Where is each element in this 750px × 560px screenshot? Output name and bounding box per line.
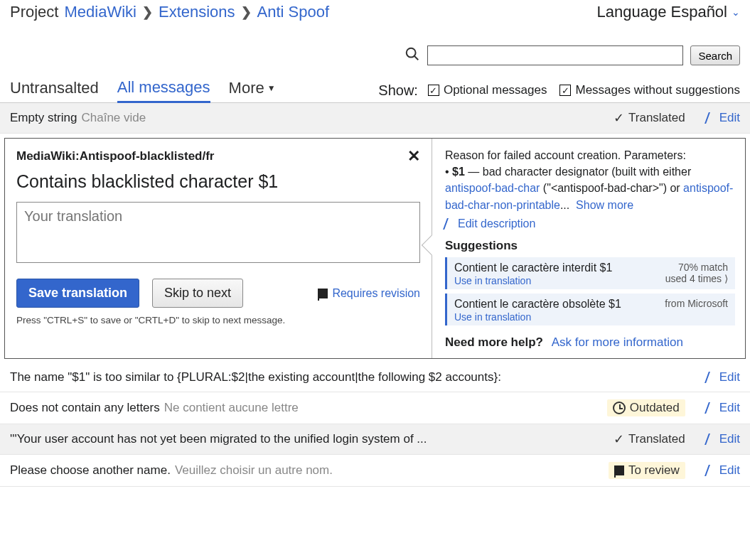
suggestion-text: Contient le caractère interdit $1 bbox=[454, 262, 612, 274]
clock-icon bbox=[613, 402, 626, 414]
caret-down-icon: ▼ bbox=[267, 83, 276, 93]
close-icon[interactable]: ✕ bbox=[407, 147, 420, 166]
message-source: '''Your user account has not yet been mi… bbox=[10, 432, 427, 446]
edit-description-link[interactable]: Edit description bbox=[445, 217, 735, 230]
message-row[interactable]: Empty string Chaîne vide ✓ Translated Ed… bbox=[0, 103, 750, 134]
message-source: The name "$1" is too similar to {PLURAL:… bbox=[10, 370, 501, 384]
edit-link[interactable]: Edit bbox=[707, 432, 740, 446]
checkbox-icon: ✓ bbox=[559, 85, 571, 96]
breadcrumb-leaf[interactable]: Anti Spoof bbox=[257, 3, 330, 21]
show-more-link[interactable]: Show more bbox=[576, 199, 633, 211]
breadcrumb: Project MediaWiki ❯ Extensions ❯ Anti Sp… bbox=[10, 3, 329, 21]
pencil-icon bbox=[705, 465, 719, 476]
checkbox-optional-messages[interactable]: ✓ Optional messages bbox=[428, 83, 547, 97]
flag-icon bbox=[318, 289, 328, 298]
edit-link[interactable]: Edit bbox=[707, 370, 740, 384]
breadcrumb-label: Project bbox=[10, 3, 58, 21]
language-label: Language bbox=[597, 3, 667, 21]
svg-point-0 bbox=[407, 48, 416, 58]
suggestion-source: from Microsoft bbox=[665, 298, 728, 309]
pencil-icon bbox=[705, 402, 719, 414]
message-translation: Chaîne vide bbox=[81, 111, 146, 125]
translation-input[interactable] bbox=[16, 202, 420, 263]
translation-editor: MediaWiki:Antispoof-blacklisted/fr ✕ Con… bbox=[4, 138, 746, 359]
breadcrumb-project[interactable]: MediaWiki bbox=[64, 3, 136, 21]
ask-info-link[interactable]: Ask for more information bbox=[552, 335, 683, 349]
tab-untranslated[interactable]: Untransalted bbox=[10, 79, 99, 102]
message-source: Empty string bbox=[10, 111, 77, 125]
edit-link[interactable]: Edit bbox=[707, 111, 740, 125]
chevron-right-icon: ❯ bbox=[241, 4, 252, 20]
search-button[interactable]: Search bbox=[690, 45, 740, 65]
check-icon: ✓ bbox=[614, 431, 624, 447]
message-row[interactable]: Please choose another name. Veuillez cho… bbox=[0, 455, 750, 487]
message-row[interactable]: The name "$1" is too similar to {PLURAL:… bbox=[0, 363, 750, 392]
pencil-icon bbox=[443, 218, 457, 230]
message-row[interactable]: '''Your user account has not yet been mi… bbox=[0, 424, 750, 455]
help-question: Need more help? bbox=[445, 335, 543, 349]
message-translation: Ne contient aucune lettre bbox=[164, 401, 299, 415]
status-to-review: To review bbox=[609, 462, 685, 479]
status-outdated: Outdated bbox=[607, 399, 685, 416]
tab-more[interactable]: More▼ bbox=[229, 79, 276, 102]
message-row[interactable]: Does not contain any letters Ne contient… bbox=[0, 392, 750, 424]
chevron-right-icon: ❯ bbox=[142, 4, 153, 20]
edit-link[interactable]: Edit bbox=[707, 401, 740, 415]
search-input[interactable] bbox=[427, 45, 683, 65]
suggestion-text: Contient le caractère obsolète $1 bbox=[454, 298, 621, 311]
suggestion-item: Contient le caractère obsolète $1 Use in… bbox=[445, 294, 735, 325]
original-message: Contains blacklisted character $1 bbox=[16, 171, 420, 192]
breadcrumb-extensions[interactable]: Extensions bbox=[159, 3, 235, 21]
keyboard-hint: Press "CTRL+S" to save or "CRTL+D" to sk… bbox=[16, 315, 420, 325]
search-icon bbox=[405, 46, 420, 65]
doc-link[interactable]: antispoof-bad-char bbox=[445, 182, 540, 194]
svg-line-1 bbox=[414, 56, 419, 60]
edit-link[interactable]: Edit bbox=[707, 463, 740, 478]
status-translated: ✓ Translated bbox=[614, 110, 685, 126]
pencil-icon bbox=[705, 112, 719, 124]
requires-revision-link[interactable]: Requires revision bbox=[318, 287, 420, 300]
message-documentation: Reason for failed account creation. Para… bbox=[445, 147, 735, 213]
use-suggestion-link[interactable]: Use in translation bbox=[454, 311, 621, 323]
pencil-icon bbox=[705, 372, 719, 383]
message-translation: Veuillez choisir un autre nom. bbox=[175, 463, 333, 478]
suggestion-usage[interactable]: used 4 times ⟩ bbox=[665, 273, 728, 284]
save-translation-button[interactable]: Save translation bbox=[16, 279, 139, 308]
status-translated: ✓ Translated bbox=[614, 431, 685, 447]
check-icon: ✓ bbox=[614, 110, 624, 126]
language-value: Español bbox=[670, 3, 727, 21]
skip-button[interactable]: Skip to next bbox=[152, 279, 243, 308]
pencil-icon bbox=[705, 434, 719, 445]
flag-icon bbox=[614, 465, 624, 475]
suggestion-item: Contient le caractère interdit $1 Use in… bbox=[445, 257, 735, 289]
suggestions-heading: Suggestions bbox=[445, 239, 735, 253]
use-suggestion-link[interactable]: Use in translation bbox=[454, 275, 612, 286]
suggestion-match: 70% match bbox=[665, 262, 728, 273]
tab-all-messages[interactable]: All messages bbox=[117, 78, 210, 103]
show-label: Show: bbox=[378, 82, 418, 99]
chevron-down-icon: ⌄ bbox=[732, 6, 740, 18]
checkbox-icon: ✓ bbox=[428, 85, 439, 96]
message-source: Does not contain any letters bbox=[10, 401, 160, 415]
editor-title: MediaWiki:Antispoof-blacklisted/fr bbox=[16, 149, 214, 163]
checkbox-without-suggestions[interactable]: ✓ Messages without suggestions bbox=[559, 83, 740, 97]
message-source: Please choose another name. bbox=[10, 463, 171, 478]
language-selector[interactable]: Language Español ⌄ bbox=[597, 3, 740, 21]
